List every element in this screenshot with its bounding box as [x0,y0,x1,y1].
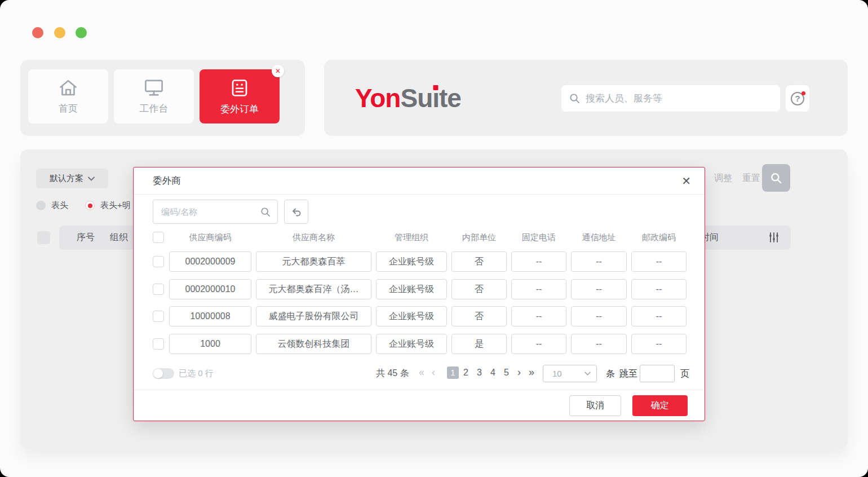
row-checkbox[interactable] [153,284,164,295]
radio-header-only[interactable] [36,201,46,210]
cell-postal-code[interactable]: -- [631,279,687,299]
last-page-icon[interactable]: » [529,366,534,378]
cell-postal-code[interactable]: -- [631,306,687,326]
cell-fixed-phone[interactable]: -- [511,251,566,272]
page-4[interactable]: 4 [490,368,495,378]
window-close-button[interactable] [32,27,43,38]
window-zoom-button[interactable] [76,27,87,38]
logo-part-red: Yon [355,83,400,113]
selected-count-label: 已选 0 行 [179,368,214,379]
app-window: 首页 工作台 委外订单 ✕ YonSuıte [0,0,868,477]
logo-part-gray2: te [439,83,461,113]
select-all-rows-checkbox[interactable] [153,232,164,243]
search-icon[interactable] [260,207,271,217]
jump-page-input[interactable] [640,365,675,382]
dialog-title: 委外商 [153,175,181,187]
tab-home[interactable]: 首页 [28,69,108,123]
first-page-icon[interactable]: « [419,366,424,378]
row-checkbox[interactable] [153,338,164,350]
column-seq: 序号 [77,232,95,244]
prev-page-icon[interactable]: ‹ [432,366,435,378]
page-5[interactable]: 5 [504,368,509,378]
top-header: YonSuıte ? [324,60,848,136]
row-checkbox[interactable] [153,311,164,322]
cell-supplier-code[interactable]: 0002000009 [169,251,251,272]
cell-supplier-code[interactable]: 0002000010 [169,279,251,299]
page-1-current[interactable]: 1 [447,366,459,379]
reset-search-button[interactable] [284,200,308,224]
help-button[interactable]: ? [786,85,809,112]
cell-comm-address[interactable]: -- [571,251,627,272]
col-internal-unit: 内部单位 [451,232,507,243]
default-scheme-dropdown[interactable]: 默认方案 [36,169,108,188]
cell-postal-code[interactable]: -- [631,334,687,354]
close-icon[interactable]: ✕ [681,174,691,188]
footer-divider [134,390,705,390]
cancel-button[interactable]: 取消 [569,395,621,416]
cell-fixed-phone[interactable]: -- [511,279,566,299]
cell-mgmt-org[interactable]: 企业账号级 [376,306,447,326]
search-icon [770,172,782,184]
adjust-button[interactable]: 调整 [714,173,732,184]
tab-close-icon[interactable]: ✕ [272,65,284,77]
cell-mgmt-org[interactable]: 企业账号级 [376,279,447,299]
page-size-value: 10 [552,369,584,378]
col-postal-code: 邮政编码 [631,232,687,243]
cell-postal-code[interactable]: -- [631,251,687,272]
cell-internal-unit[interactable]: 否 [451,306,507,326]
total-count: 共 45 条 [376,368,409,379]
default-scheme-label: 默认方案 [50,173,83,184]
filter-actions: 调整 重置 [714,173,760,184]
row-checkbox[interactable] [153,256,164,267]
jump-label: 跳至 [619,368,637,380]
column-settings-icon[interactable] [768,232,780,243]
col-comm-address: 通信地址 [571,232,627,243]
cell-mgmt-org[interactable]: 企业账号级 [376,251,447,272]
select-all-checkbox[interactable] [37,231,50,244]
cell-fixed-phone[interactable]: -- [511,306,566,326]
chevron-down-icon [584,372,591,376]
cell-comm-address[interactable]: -- [571,334,627,354]
window-minimize-button[interactable] [54,27,65,38]
global-search-input[interactable] [586,93,772,104]
tab-bar: 首页 工作台 委外订单 ✕ [20,60,305,136]
undo-icon [291,206,302,218]
cell-supplier-code[interactable]: 1000 [169,334,251,354]
logo-part-gray1: Su [400,83,432,113]
cell-comm-address[interactable]: -- [571,306,627,326]
tab-workbench[interactable]: 工作台 [114,69,194,123]
cell-fixed-phone[interactable]: -- [511,334,566,354]
cell-internal-unit[interactable]: 否 [451,279,507,299]
global-search[interactable] [561,85,780,112]
cell-internal-unit[interactable]: 否 [451,251,507,272]
supplier-picker-dialog: 委外商 ✕ 供应商编码 供应商名称 管理组织 内部单位 固定电话 通信地址 邮政… [133,167,705,421]
cell-mgmt-org[interactable]: 企业账号级 [376,334,447,354]
tab-outsourcing-order[interactable]: 委外订单 ✕ [200,69,280,123]
order-icon [229,78,250,98]
next-page-icon[interactable]: › [517,366,521,378]
home-icon [58,78,78,98]
help-icon: ? [791,92,804,105]
supplier-search-input[interactable] [161,207,256,217]
cell-supplier-name[interactable]: 威盛电子股份有限公司 [256,306,371,326]
page-2[interactable]: 2 [463,368,468,378]
page-3[interactable]: 3 [477,368,482,378]
col-fixed-phone: 固定电话 [511,232,566,243]
page-size-select[interactable]: 10 [543,365,597,382]
selected-only-toggle[interactable] [153,368,174,379]
supplier-search[interactable] [153,200,278,224]
radio-header-detail[interactable] [85,201,95,210]
col-supplier-name: 供应商名称 [256,232,371,243]
radio-header-detail-label: 表头+明 [100,200,131,211]
cell-supplier-code[interactable]: 10000008 [169,306,251,326]
cell-comm-address[interactable]: -- [571,279,627,299]
cell-internal-unit[interactable]: 是 [451,334,507,354]
cell-supplier-name[interactable]: 云领数创科技集团 [256,334,371,354]
cell-supplier-name[interactable]: 元大都奥森百淬（汤… [256,279,371,299]
workbench-icon [143,78,165,98]
radio-header-only-label: 表头 [51,200,68,211]
confirm-button[interactable]: 确定 [632,395,688,416]
reset-button[interactable]: 重置 [742,173,760,184]
query-search-button[interactable] [762,164,790,192]
cell-supplier-name[interactable]: 元大都奥森百萃 [256,251,371,272]
